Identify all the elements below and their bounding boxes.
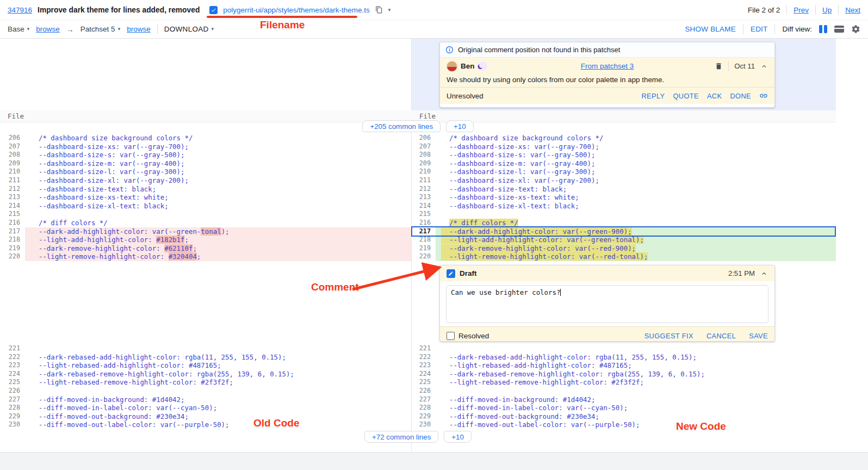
file-dropdown-caret-icon[interactable]: ▾ [388,8,391,13]
left-line-number[interactable]: 209 [0,159,25,168]
left-line-number[interactable]: 221 [0,344,25,353]
left-line-number[interactable]: 219 [0,244,25,253]
left-line-number[interactable]: 212 [0,185,25,194]
resolved-checkbox[interactable] [447,332,455,340]
left-code-cell: --dark-add-highlight-color: var(--green-… [25,227,411,236]
unified-view-icon[interactable] [834,26,844,33]
left-code-cell: --dark-rebased-remove-highlight-color: r… [25,370,411,379]
collapse-chevron-icon[interactable] [760,63,768,70]
right-line-number[interactable]: 207 [411,143,436,151]
base-selector[interactable]: Base▾ [8,25,29,33]
left-line-number[interactable]: 213 [0,193,25,202]
right-line-number[interactable]: 225 [411,378,436,387]
left-line-number[interactable]: 220 [0,252,25,261]
expand-button[interactable]: +205 common lines [362,120,441,132]
right-line-number[interactable]: 224 [411,370,436,379]
right-line-number[interactable]: 220 [411,252,436,261]
left-line-number[interactable]: 226 [0,387,25,395]
code-row: 227 --diff-moved-in-background: #1d4042;… [0,395,836,404]
code-row: 209 --dashboard-size-m: var(--gray-400);… [0,159,836,168]
left-line-number[interactable]: 224 [0,370,25,379]
left-line-number[interactable]: 206 [0,134,25,143]
from-patchset-link[interactable]: From patchset 3 [581,62,634,70]
thread-action-done[interactable]: DONE [730,92,751,100]
left-line-number[interactable]: 228 [0,404,25,412]
left-line-number[interactable]: 211 [0,176,25,185]
left-line-number[interactable]: 218 [0,236,25,244]
left-line-number[interactable]: 229 [0,412,25,421]
left-line-number[interactable]: 227 [0,395,25,404]
draft-text-input[interactable]: Can we use brighter colors? [446,285,768,323]
left-line-number[interactable]: 223 [0,361,25,370]
right-line-number[interactable]: 218 [411,236,436,244]
left-line-number[interactable]: 208 [0,151,25,159]
thread-action-ack[interactable]: ACK [707,92,722,100]
expand-button[interactable]: +10 [444,431,472,443]
code-row: 228 --diff-moved-in-label-color: var(--c… [0,404,836,412]
browse-base-link[interactable]: browse [36,25,60,33]
link-icon[interactable] [759,91,768,100]
left-line-number[interactable]: 214 [0,202,25,211]
right-line-number[interactable]: 228 [411,404,436,412]
draft-action-save[interactable]: SAVE [749,332,768,340]
expand-button[interactable]: +72 common lines [364,431,438,443]
right-line-number[interactable]: 221 [411,344,436,353]
next-file-link[interactable]: Next [845,6,860,14]
show-blame-button[interactable]: SHOW BLAME [685,25,736,33]
right-line-number[interactable]: 208 [411,151,436,159]
right-arrow-icon: → [66,25,74,34]
right-code-cell: --dashboard-size-xs: var(--gray-700); [436,143,836,151]
right-line-number[interactable]: 206 [411,134,436,143]
left-line-number[interactable]: 217 [0,227,25,236]
up-link[interactable]: Up [822,6,832,14]
patchset-selector[interactable]: Patchset 5▾ [80,25,120,33]
prev-file-link[interactable]: Prev [793,6,809,14]
right-line-number[interactable]: 226 [411,387,436,395]
edit-button[interactable]: EDIT [751,25,768,33]
left-line-number[interactable]: 230 [0,420,25,429]
right-line-number[interactable]: 213 [411,193,436,202]
change-title: Improve dark theme for lines added, remo… [38,6,200,14]
change-number-link[interactable]: 347916 [8,6,32,14]
left-line-number[interactable]: 210 [0,168,25,176]
right-line-number[interactable]: 219 [411,244,436,253]
thread-action-reply[interactable]: REPLY [641,92,665,100]
side-by-side-view-icon[interactable] [819,25,827,33]
left-line-number[interactable]: 225 [0,378,25,387]
code-row: 229 --diff-moved-out-background: #230e34… [0,412,836,421]
right-line-number[interactable]: 229 [411,412,436,421]
draft-action-suggest-fix[interactable]: SUGGEST FIX [644,332,693,340]
left-line-number[interactable]: 215 [0,210,25,219]
gear-icon[interactable] [851,24,860,34]
file-path-link[interactable]: polygerrit-ui/app/styles/themes/dark-the… [223,6,369,14]
download-menu[interactable]: DOWNLOAD▾ [164,25,214,33]
expand-button[interactable]: +10 [446,120,474,132]
browse-patchset-link[interactable]: browse [127,25,151,33]
right-line-number[interactable]: 215 [411,210,436,219]
collapse-chevron-icon[interactable] [760,270,768,277]
left-code-cell: --diff-moved-in-label-color: var(--cyan-… [25,404,411,412]
right-line-number[interactable]: 211 [411,176,436,185]
copy-icon[interactable] [375,6,383,14]
right-line-number[interactable]: 210 [411,168,436,176]
code-row: 223 --light-rebased-add-highlight-color:… [0,361,836,370]
left-line-number[interactable]: 216 [0,219,25,227]
right-line-number[interactable]: 212 [411,185,436,194]
trash-icon[interactable] [715,62,723,70]
right-line-number[interactable]: 216 [411,219,436,227]
thread-action-quote[interactable]: QUOTE [673,92,699,100]
right-line-number[interactable]: 223 [411,361,436,370]
right-line-number[interactable]: 209 [411,159,436,168]
draft-action-cancel[interactable]: CANCEL [706,332,736,340]
right-line-number[interactable]: 230 [411,420,436,429]
right-line-number[interactable]: 217 [411,227,436,236]
left-line-number[interactable]: 222 [0,353,25,362]
right-line-number[interactable]: 222 [411,353,436,362]
left-line-number[interactable]: 207 [0,143,25,151]
right-line-number[interactable]: 227 [411,395,436,404]
right-code-cell: --light-rebased-add-highlight-color: #48… [436,361,836,370]
right-line-number[interactable]: 214 [411,202,436,211]
file-header-right: File [411,112,436,120]
reviewed-checkbox[interactable] [209,6,218,14]
page-footer-area [0,452,868,470]
